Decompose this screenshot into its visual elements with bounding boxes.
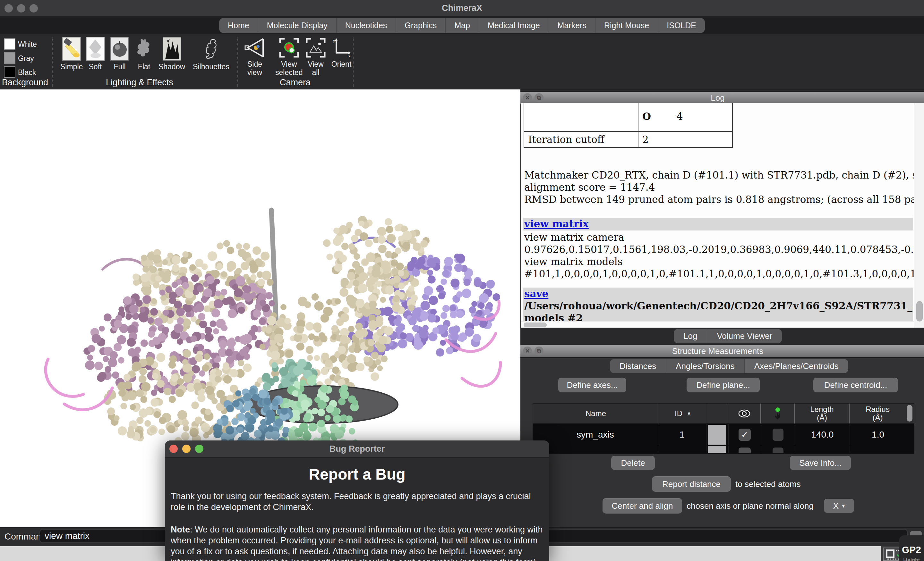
tab-axes-planes-centroids[interactable]: Axes/Planes/Centroids xyxy=(745,359,848,373)
col-id[interactable]: ID∧ xyxy=(659,404,707,423)
col-name[interactable]: Name xyxy=(533,404,659,423)
tab-molecule-display[interactable]: Molecule Display xyxy=(258,18,336,33)
param-key: Iteration cutoff xyxy=(524,132,638,147)
axis-row-partial[interactable] xyxy=(533,446,914,453)
save-link[interactable]: save xyxy=(524,288,548,299)
lighting-simple-button[interactable]: Simple xyxy=(60,37,83,71)
log-vertical-scrollbar-thumb[interactable] xyxy=(916,301,923,322)
axis-direction-select[interactable]: X ▾ xyxy=(824,499,854,513)
param-value: 2 xyxy=(638,132,732,147)
axis-color-cell[interactable] xyxy=(706,424,729,445)
axis-id: 1 xyxy=(658,424,706,445)
sort-asc-icon: ∧ xyxy=(687,409,691,418)
lighting-flat-button[interactable]: Flat xyxy=(135,37,153,71)
note-label: Note xyxy=(171,525,190,534)
dock-tab-log[interactable]: Log xyxy=(674,329,707,343)
axis-select-cell[interactable] xyxy=(761,424,795,445)
orient-icon: y x xyxy=(331,37,352,58)
ribbon-tab-group: Home Molecule Display Nucleotides Graphi… xyxy=(219,18,705,33)
toolbar-separator xyxy=(52,37,52,87)
lighting-full-button[interactable]: Full xyxy=(110,37,129,71)
lighting-silhouettes-button[interactable]: Silhouettes xyxy=(189,37,234,71)
report-a-bug-heading: Report a Bug xyxy=(171,465,543,483)
log-vertical-scrollbar[interactable] xyxy=(914,103,924,328)
matchmaker-result-text: Matchmaker CD20_RTX, chain D (#101.1) wi… xyxy=(524,169,916,205)
tab-map[interactable]: Map xyxy=(446,18,479,33)
shown-checkbox[interactable]: ✓ xyxy=(738,429,751,441)
camera-view-all-button[interactable]: View all xyxy=(305,37,326,76)
tab-nucleotides[interactable]: Nucleotides xyxy=(336,18,396,33)
dialog-title: Bug Reporter xyxy=(203,444,511,454)
save-info-button[interactable]: Save Info... xyxy=(790,456,851,470)
axes-table: Name ID∧ Length(Å) Radius( xyxy=(532,403,914,454)
measurement-tabs: Distances Angles/Torsions Axes/Planes/Ce… xyxy=(610,359,848,373)
soft-lighting-icon xyxy=(86,37,105,61)
dock-tab-row: Log Volume Viewer xyxy=(520,328,924,345)
camera-orient-button[interactable]: y x Orient xyxy=(331,37,352,68)
lighting-section-label: Lighting & Effects xyxy=(106,78,173,88)
structure-measurements-float-icon[interactable]: ⧉ xyxy=(534,347,543,356)
background-white-swatch[interactable] xyxy=(4,38,15,50)
tab-distances[interactable]: Distances xyxy=(610,359,666,373)
tab-home[interactable]: Home xyxy=(219,18,258,33)
bug-reporter-titlebar: Bug Reporter xyxy=(165,440,549,458)
dialog-minimize-icon[interactable] xyxy=(182,444,190,453)
center-and-align-button[interactable]: Center and align xyxy=(603,498,682,513)
report-distance-button[interactable]: Report distance xyxy=(652,476,731,492)
dialog-close-icon[interactable] xyxy=(170,444,178,453)
matchmaker-parameter-table: O 4 Iteration cutoff 2 xyxy=(524,103,733,148)
dock-tab-group: Log Volume Viewer xyxy=(674,329,782,343)
tab-medical-image[interactable]: Medical Image xyxy=(479,18,549,33)
tab-right-mouse[interactable]: Right Mouse xyxy=(596,18,658,33)
full-lighting-icon xyxy=(110,37,129,61)
param-key: O xyxy=(642,111,651,122)
chevron-down-icon: ▾ xyxy=(842,502,845,509)
bug-note-paragraph: Note: We do not automatically collect an… xyxy=(171,524,543,561)
lighting-shadow-button[interactable]: Shadow xyxy=(159,37,185,71)
axis-row-sym-axis[interactable]: sym_axis 1 ✓ 140.0 1.0 xyxy=(533,424,914,445)
axes-table-scrollbar[interactable] xyxy=(906,404,914,423)
dock-tab-volume-viewer[interactable]: Volume Viewer xyxy=(707,329,782,343)
define-centroid-button[interactable]: Define centroid... xyxy=(813,378,898,392)
bug-reporter-dialog: Bug Reporter Report a Bug Thank you for … xyxy=(165,440,549,561)
tab-markers[interactable]: Markers xyxy=(549,18,596,33)
col-radius[interactable]: Radius(Å) xyxy=(850,404,906,423)
define-axes-button[interactable]: Define axes... xyxy=(558,378,626,392)
axis-radius: 1.0 xyxy=(850,424,906,445)
structure-measurements-titlebar: ✕ ⧉ Structure Measurements xyxy=(520,345,924,358)
col-length[interactable]: Length(Å) xyxy=(795,404,850,423)
tab-graphics[interactable]: Graphics xyxy=(396,18,446,33)
axis-shown-cell[interactable]: ✓ xyxy=(729,424,762,445)
col-select[interactable] xyxy=(761,404,794,423)
lighting-soft-button[interactable]: Soft xyxy=(86,37,105,71)
log-horizontal-scrollbar-thumb[interactable] xyxy=(524,323,547,327)
bug-reporter-body: Report a Bug Thank you for using our fee… xyxy=(165,458,549,561)
view-matrix-link[interactable]: view matrix xyxy=(524,218,589,229)
background-black-swatch[interactable] xyxy=(4,66,15,78)
camera-view-selected-button[interactable]: View selected xyxy=(275,37,303,76)
delete-button[interactable]: Delete xyxy=(611,456,655,470)
select-checkbox[interactable] xyxy=(772,429,783,441)
view-matrix-command-block: view matrix xyxy=(523,218,913,230)
center-align-suffix: chosen axis or plane normal along xyxy=(687,498,814,513)
height-label: Height xyxy=(903,557,920,561)
svg-text:y: y xyxy=(333,39,335,43)
structure-measurements-close-icon[interactable]: ✕ xyxy=(523,347,532,356)
col-shown[interactable] xyxy=(728,404,761,423)
log-titlebar: ✕ ⧉ Log xyxy=(520,91,924,105)
log-content[interactable]: O 4 Iteration cutoff 2 Matchmaker CD20_R… xyxy=(521,103,924,328)
camera-side-view-button[interactable]: Side view xyxy=(244,37,265,76)
log-float-icon[interactable]: ⧉ xyxy=(534,93,543,102)
log-close-icon[interactable]: ✕ xyxy=(523,93,532,102)
dialog-zoom-icon[interactable] xyxy=(195,444,203,453)
tab-isolde[interactable]: ISOLDE xyxy=(658,18,705,33)
define-plane-button[interactable]: Define plane... xyxy=(687,378,760,392)
col-color[interactable] xyxy=(707,404,728,423)
tab-angles-torsions[interactable]: Angles/Torsions xyxy=(666,359,745,373)
shadow-lighting-icon xyxy=(163,37,181,61)
axis-color-swatch[interactable] xyxy=(708,425,726,444)
axes-table-scrollbar-thumb[interactable] xyxy=(907,405,912,422)
background-gray-swatch[interactable] xyxy=(4,52,15,64)
camera-section-label: Camera xyxy=(280,78,310,88)
background-black-label: Black xyxy=(18,68,36,77)
